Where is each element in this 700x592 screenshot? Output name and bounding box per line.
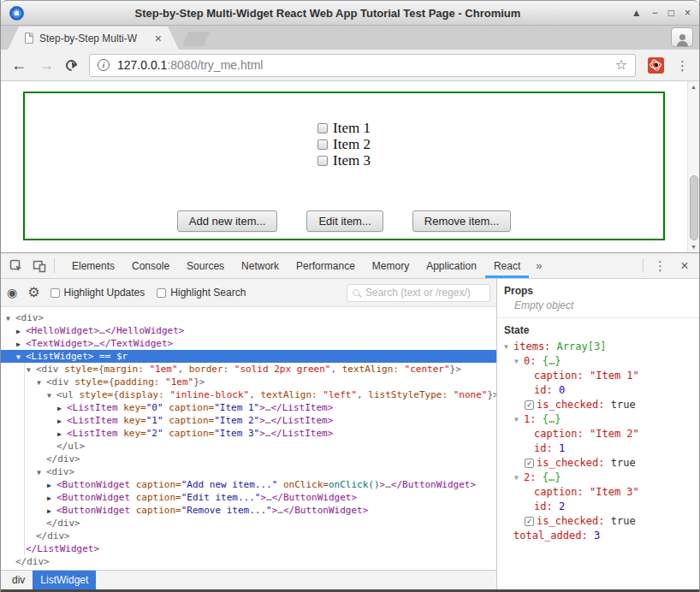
toolbar-checkbox-highlight-updates[interactable]: Highlight Updates (50, 287, 145, 299)
checkbox-box[interactable] (50, 288, 60, 298)
window-minimize-icon[interactable]: − (652, 8, 658, 18)
devtools-tab-performance[interactable]: Performance (288, 253, 364, 278)
state-expand-icon[interactable]: ▼ (514, 354, 524, 369)
scrollbar-thumb[interactable] (690, 175, 698, 240)
edit-item-button[interactable]: Edit item... (306, 210, 383, 232)
window-maximize-icon[interactable]: □ (668, 8, 674, 18)
tree-arrow[interactable]: ▼ (16, 351, 26, 364)
devtools-tab-network[interactable]: Network (233, 253, 288, 278)
state-row[interactable]: ✓is_checked: true (497, 514, 699, 529)
reload-icon[interactable] (63, 57, 79, 73)
back-icon[interactable]: ← (11, 57, 27, 73)
window-shade-icon[interactable]: ▲ (632, 8, 642, 18)
select-component-icon[interactable]: ◉ (7, 287, 17, 299)
more-tabs-icon[interactable]: » (529, 259, 549, 272)
tree-row[interactable]: ▼<div> (1, 311, 496, 324)
tree-arrow[interactable]: ▼ (6, 312, 15, 325)
devtools-tab-console[interactable]: Console (123, 253, 178, 278)
bookmark-star-icon[interactable]: ☆ (615, 58, 627, 72)
site-info-icon[interactable]: i (98, 59, 110, 71)
tree-arrow[interactable]: ▶ (16, 338, 26, 351)
state-expand-icon[interactable]: ▼ (514, 412, 524, 427)
scroll-up-icon[interactable]: ▲ (688, 81, 699, 92)
state-row[interactable]: id: 2 (497, 500, 699, 514)
tree-arrow[interactable]: ▼ (37, 376, 46, 389)
toolbar-checkbox-highlight-search[interactable]: Highlight Search (157, 287, 246, 299)
state-row[interactable]: ▼0: {…} (497, 354, 699, 369)
tree-arrow[interactable]: ▶ (47, 505, 56, 518)
tree-row[interactable]: </ListWidget> (1, 542, 496, 555)
devtools-tab-memory[interactable]: Memory (364, 253, 418, 278)
search-input[interactable] (364, 286, 484, 299)
state-row[interactable]: total_added: 3 (497, 529, 699, 543)
tree-arrow[interactable]: ▼ (47, 389, 56, 402)
browser-tab[interactable]: Step-by-Step Multi-W × (8, 27, 179, 50)
window-close-icon[interactable]: × (685, 8, 691, 18)
state-row[interactable]: caption: "Item 2" (497, 427, 699, 441)
tree-arrow[interactable]: ▶ (57, 415, 67, 428)
url-bar[interactable]: i 127.0.0.1:8080/try_me.html ☆ (89, 54, 636, 77)
page-scrollbar[interactable]: ▲ ▼ (687, 81, 699, 252)
profile-avatar-button[interactable] (671, 27, 693, 47)
devtools-menu-icon[interactable]: ⋮ (649, 255, 672, 277)
breadcrumb-item-div[interactable]: div (4, 571, 33, 589)
tree-row[interactable]: ▶<ListItem key="1" caption="Item 2">…</L… (1, 414, 496, 427)
devtools-tab-sources[interactable]: Sources (178, 253, 233, 278)
tree-row[interactable]: </div> (1, 453, 496, 465)
inspect-element-icon[interactable] (4, 255, 27, 277)
tab-close-icon[interactable]: × (155, 33, 162, 44)
boolean-checkbox[interactable]: ✓ (525, 459, 534, 468)
state-row[interactable]: ▼2: {…} (497, 471, 699, 485)
react-devtools-extension-icon[interactable] (648, 57, 664, 74)
state-row[interactable]: id: 0 (497, 383, 699, 398)
state-row[interactable]: ✓is_checked: true (497, 398, 699, 412)
tree-row[interactable]: ▼<div style={margin: "1em", border: "sol… (1, 363, 496, 376)
item-checkbox[interactable] (317, 123, 328, 133)
state-row[interactable]: caption: "Item 1" (497, 369, 699, 383)
new-tab-button[interactable] (182, 32, 210, 46)
add-new-item-button[interactable]: Add new item... (177, 210, 278, 232)
tree-arrow[interactable]: ▶ (57, 402, 67, 415)
breadcrumb-item-listwidget[interactable]: ListWidget (33, 571, 96, 589)
tree-row[interactable]: ▶<ButtonWidget caption="Add new item..."… (1, 478, 496, 491)
item-checkbox[interactable] (317, 156, 328, 166)
devtools-tab-react[interactable]: React (485, 253, 529, 278)
tree-row[interactable]: ▼<ul style={display: "inline-block", tex… (1, 388, 496, 401)
tree-row[interactable]: ▶<HelloWidget>…</HelloWidget> (1, 324, 496, 337)
state-row[interactable]: ✓is_checked: true (497, 456, 699, 471)
search-box[interactable] (347, 284, 490, 302)
tree-arrow[interactable]: ▼ (37, 466, 46, 479)
boolean-checkbox[interactable]: ✓ (525, 400, 534, 410)
devtools-close-icon[interactable]: × (673, 258, 696, 274)
device-toolbar-icon[interactable] (27, 255, 50, 277)
tree-row[interactable]: ▶<ButtonWidget caption="Edit item...">…<… (1, 491, 496, 504)
tree-row[interactable]: ▼<div style={padding: "1em"}> (1, 376, 496, 388)
browser-menu-icon[interactable]: ⋮ (676, 59, 689, 72)
tree-arrow[interactable]: ▶ (16, 325, 26, 338)
tree-row[interactable]: </div> (1, 517, 496, 530)
devtools-tab-elements[interactable]: Elements (63, 253, 123, 278)
tree-row[interactable]: ▶<TextWidget>…</TextWidget> (1, 337, 496, 350)
state-expand-icon[interactable]: ▼ (514, 471, 524, 485)
boolean-checkbox[interactable]: ✓ (525, 517, 534, 526)
state-row[interactable]: caption: "Item 3" (497, 485, 699, 500)
tree-arrow[interactable]: ▶ (57, 428, 67, 441)
tree-arrow[interactable]: ▶ (47, 492, 56, 505)
tree-row[interactable]: </ul> (1, 440, 496, 453)
state-row[interactable]: ▼1: {…} (497, 412, 699, 427)
tree-arrow[interactable]: ▶ (47, 479, 56, 492)
state-row[interactable]: id: 1 (497, 441, 699, 456)
gear-icon[interactable]: ⚙ (27, 286, 39, 299)
remove-item-button[interactable]: Remove item... (412, 210, 511, 232)
scroll-down-icon[interactable]: ▼ (688, 241, 699, 252)
tree-row[interactable]: ▼<div> (1, 465, 496, 478)
tree-row[interactable]: ▼<ListWidget> == $r (1, 350, 496, 363)
tree-arrow[interactable]: ▼ (27, 364, 36, 376)
checkbox-box[interactable] (157, 288, 166, 298)
state-expand-icon[interactable]: ▼ (504, 340, 513, 354)
tree-row[interactable]: ▶<ButtonWidget caption="Remove item...">… (1, 504, 496, 517)
tree-row[interactable]: </div> (1, 555, 496, 568)
item-checkbox[interactable] (317, 139, 328, 150)
tree-row[interactable]: </div> (1, 530, 496, 542)
devtools-tab-application[interactable]: Application (418, 253, 485, 278)
